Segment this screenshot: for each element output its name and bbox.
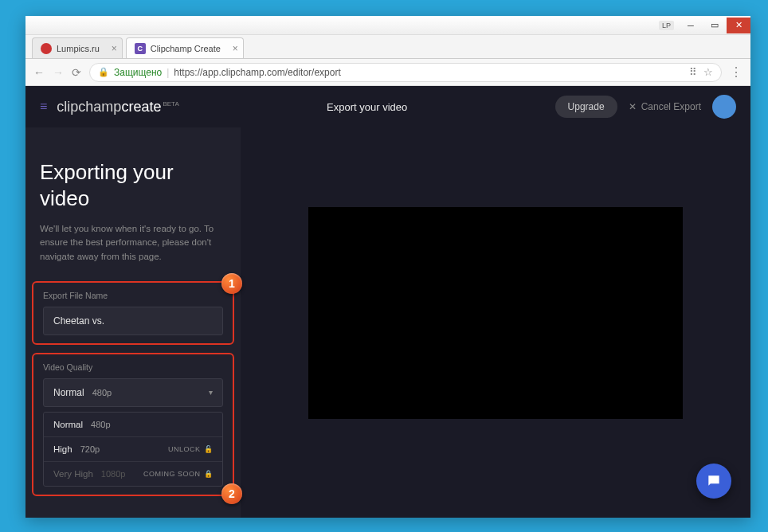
maximize-button[interactable]: ▭ [703,18,727,33]
address-bar: ← → ⟳ 🔒 Защищено | https://app.clipchamp… [25,59,750,86]
url-actions: ⠿ ☆ [689,66,713,78]
annotation-marker-1: 1 [221,273,242,294]
tab-label: Clipchamp Create [151,44,221,53]
lock-icon: 🔓 [204,445,214,453]
app-body: Exporting your video We'll let you know … [25,127,750,518]
chat-icon [706,473,722,489]
quality-option-high[interactable]: High 720p UNLOCK 🔓 [44,437,222,462]
favicon-icon [41,43,52,54]
filename-input[interactable]: Cheetan vs. [43,307,223,335]
quality-option-veryhigh: Very High 1080p COMING SOON 🔒 [44,462,222,486]
upgrade-button[interactable]: Upgrade [555,96,617,118]
quality-dropdown: Normal 480p High 720p UNLOCK 🔓 Very High… [43,412,223,487]
forward-icon[interactable]: → [53,66,64,79]
window-titlebar: LP ─ ▭ ✕ [25,16,750,35]
filename-label: Export File Name [43,291,223,300]
browser-window: LP ─ ▭ ✕ Lumpics.ru × C Clipchamp Create… [25,16,750,518]
tab-close-icon[interactable]: × [112,43,117,54]
star-icon[interactable]: ☆ [703,66,713,78]
quality-label: Video Quality [43,362,223,372]
minimize-button[interactable]: ─ [679,18,703,33]
sidebar-description: We'll let you know when it's ready to go… [40,222,226,264]
app-logo: clipchampcreateBETA [57,99,178,115]
cancel-export-button[interactable]: ✕ Cancel Export [629,101,701,112]
chevron-down-icon: ▾ [209,388,213,397]
tab-clipchamp[interactable]: C Clipchamp Create × [126,37,244,58]
sidebar-title: Exporting your video [40,159,226,211]
quality-group: Video Quality Normal 480p ▾ Normal 480p … [32,353,234,496]
menu-icon[interactable]: ⋮ [730,65,743,80]
browser-tabs: Lumpics.ru × C Clipchamp Create × [25,35,750,59]
translate-icon[interactable]: ⠿ [689,66,697,78]
chat-fab[interactable] [696,464,731,499]
favicon-icon: C [135,43,146,54]
quality-selected-name: Normal [53,387,84,398]
hamburger-icon[interactable]: ≡ [40,100,47,114]
preview-area [241,127,750,518]
app-content: ≡ clipchampcreateBETA Export your video … [25,86,750,518]
title-badge: LP [659,21,674,30]
url-input[interactable]: 🔒 Защищено | https://app.clipchamp.com/e… [89,63,722,82]
url-text: https://app.clipchamp.com/editor/export [174,67,340,78]
quality-select[interactable]: Normal 480p ▾ [43,378,223,407]
filename-group: Export File Name Cheetan vs. 1 [32,281,234,345]
close-button[interactable]: ✕ [727,18,750,33]
avatar[interactable] [712,95,736,119]
export-sidebar: Exporting your video We'll let you know … [25,127,241,518]
quality-option-normal[interactable]: Normal 480p [44,413,222,437]
lock-icon: 🔒 [98,67,109,77]
reload-icon[interactable]: ⟳ [72,66,81,79]
app-header: ≡ clipchampcreateBETA Export your video … [25,86,750,127]
back-icon[interactable]: ← [33,66,45,79]
tab-label: Lumpics.ru [57,44,100,53]
tab-close-icon[interactable]: × [233,43,238,54]
lock-icon: 🔒 [204,470,214,478]
secure-label: Защищено [114,67,162,78]
video-preview [308,207,683,419]
annotation-marker-2: 2 [221,483,242,504]
quality-selected-res: 480p [92,388,112,397]
close-icon: ✕ [629,101,637,112]
tab-lumpics[interactable]: Lumpics.ru × [32,37,123,58]
page-title: Export your video [179,101,555,113]
